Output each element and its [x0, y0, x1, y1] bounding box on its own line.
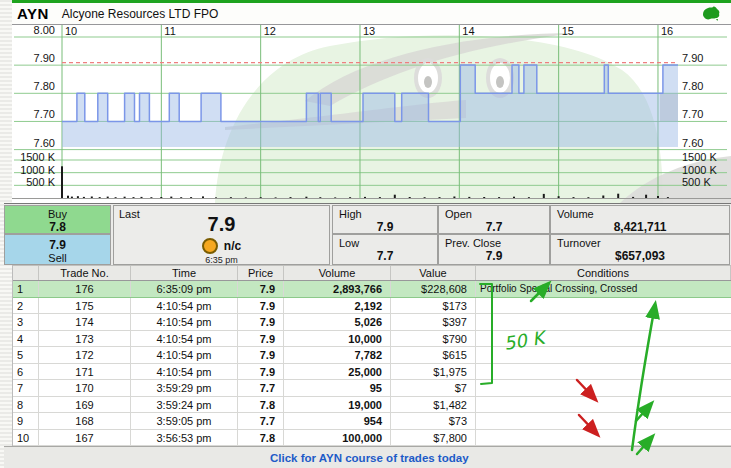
low-value: 7.7 — [333, 249, 437, 263]
cell-volume: 5,026 — [284, 314, 391, 330]
course-of-trades-link[interactable]: Click for AYN course of trades today — [270, 452, 469, 464]
cell-time: 4:10:54 pm — [131, 314, 238, 330]
cell-volume: 25,000 — [284, 364, 391, 380]
cell-time: 4:10:54 pm — [131, 347, 238, 363]
cell-conditions — [476, 380, 731, 396]
low-label: Low — [339, 237, 359, 249]
sell-quote-box[interactable]: 7.9 Sell — [4, 234, 111, 265]
column-header[interactable]: Volume — [284, 266, 391, 280]
column-header[interactable]: Price — [238, 266, 284, 280]
trades-table-header: Trade No.TimePriceVolumeValueConditions — [13, 265, 731, 281]
cell-value: $73 — [391, 413, 476, 429]
table-row[interactable]: 81693:59:24 pm7.819,000$1,482 — [13, 397, 731, 414]
svg-text:8.00: 8.00 — [34, 25, 55, 36]
table-row[interactable]: 101673:56:53 pm7.8100,000$7,800 — [13, 430, 731, 447]
last-price: 7.9 — [114, 213, 329, 236]
cell-num: 3 — [13, 314, 39, 330]
high-label: High — [339, 208, 362, 220]
table-row[interactable]: 11766:35:09 pm7.92,893,766$228,608Portfo… — [13, 281, 731, 298]
cell-conditions — [476, 413, 731, 429]
cell-num: 5 — [13, 347, 39, 363]
prev-close-value: 7.9 — [439, 249, 549, 263]
cell-trade_no: 171 — [39, 364, 131, 380]
watermark-eye-left — [414, 58, 442, 98]
table-row[interactable]: 21754:10:54 pm7.92,192$173 — [13, 298, 731, 315]
buy-quote-box[interactable]: Buy 7.8 — [4, 205, 111, 234]
price-volume-chart: 8.007.907.907.807.807.707.707.607.601500… — [12, 25, 731, 203]
svg-text:500 K: 500 K — [26, 176, 55, 188]
cell-time: 3:56:53 pm — [131, 430, 238, 446]
cell-time: 4:10:54 pm — [131, 364, 238, 380]
cell-trade_no: 168 — [39, 413, 131, 429]
cell-volume: 2,192 — [284, 298, 391, 314]
sell-label: Sell — [5, 252, 110, 264]
cell-time: 4:10:54 pm — [131, 331, 238, 347]
cell-value: $228,608 — [391, 281, 476, 297]
trades-table: Trade No.TimePriceVolumeValueConditions … — [12, 265, 731, 446]
cell-trade_no: 170 — [39, 380, 131, 396]
cell-volume: 2,893,766 — [284, 281, 391, 297]
column-header[interactable]: Value — [391, 266, 476, 280]
last-price-cell: Last 7.9 n/c 6:35 pm — [113, 205, 330, 265]
svg-text:7.70: 7.70 — [682, 108, 703, 120]
cell-trade_no: 174 — [39, 314, 131, 330]
sell-price: 7.9 — [5, 238, 110, 252]
column-header[interactable]: Trade No. — [39, 266, 131, 280]
column-header[interactable]: Time — [131, 266, 238, 280]
cell-trade_no: 169 — [39, 397, 131, 413]
cell-value: $7 — [391, 380, 476, 396]
volume-cell: Volume 8,421,711 — [550, 205, 730, 234]
svg-text:14: 14 — [462, 25, 474, 37]
table-row[interactable]: 61714:10:54 pm7.925,000$1,975 — [13, 364, 731, 381]
cell-num: 10 — [13, 430, 39, 446]
table-row[interactable]: 31744:10:54 pm7.95,026$397 — [13, 314, 731, 331]
svg-text:7.80: 7.80 — [34, 80, 55, 92]
cell-num: 8 — [13, 397, 39, 413]
cell-trade_no: 176 — [39, 281, 131, 297]
cell-time: 3:59:05 pm — [131, 413, 238, 429]
svg-text:7.90: 7.90 — [34, 52, 55, 64]
cell-value: $173 — [391, 298, 476, 314]
trades-body: 11766:35:09 pm7.92,893,766$228,608Portfo… — [13, 281, 731, 446]
ticker-code: AYN — [17, 5, 49, 22]
cell-volume: 100,000 — [284, 430, 391, 446]
company-name: Alcyone Resources LTD FPO — [62, 7, 219, 21]
column-header[interactable]: Conditions — [476, 266, 731, 280]
table-row[interactable]: 91683:59:05 pm7.7954$73 — [13, 413, 731, 430]
cell-value: $397 — [391, 314, 476, 330]
cell-trade_no: 175 — [39, 298, 131, 314]
cell-trade_no: 172 — [39, 347, 131, 363]
svg-text:500 K: 500 K — [682, 176, 711, 188]
cell-num: 9 — [13, 413, 39, 429]
table-row[interactable]: 51724:10:54 pm7.97,782$615 — [13, 347, 731, 364]
column-header[interactable] — [13, 266, 39, 280]
volume-value: 8,421,711 — [551, 220, 729, 234]
cell-price: 7.7 — [238, 413, 284, 429]
last-label: Last — [119, 208, 140, 220]
turnover-value: $657,093 — [551, 249, 729, 263]
table-row[interactable]: 41734:10:54 pm7.910,000$790 — [13, 331, 731, 348]
table-row[interactable]: 71703:59:29 pm7.795$7 — [13, 380, 731, 397]
svg-text:7.80: 7.80 — [682, 80, 703, 92]
svg-text:7.90: 7.90 — [682, 52, 703, 64]
cell-conditions: Portfolio Special Crossing, Crossed — [476, 281, 731, 297]
last-trade-time: 6:35 pm — [114, 255, 329, 265]
turnover-label: Turnover — [557, 237, 601, 249]
svg-text:13: 13 — [363, 25, 375, 37]
cell-volume: 10,000 — [284, 331, 391, 347]
open-label: Open — [445, 208, 472, 220]
low-cell: Low 7.7 — [332, 234, 438, 265]
cell-price: 7.9 — [238, 331, 284, 347]
buy-price: 7.8 — [5, 220, 110, 234]
cell-value: $1,975 — [391, 364, 476, 380]
open-cell: Open 7.7 — [438, 205, 550, 234]
cell-time: 6:35:09 pm — [131, 281, 238, 297]
cell-price: 7.7 — [238, 380, 284, 396]
cell-num: 1 — [13, 281, 39, 297]
quote-panel: Buy 7.8 7.9 Sell Last 7.9 n/c 6:35 pm Hi… — [4, 203, 731, 266]
cell-price: 7.9 — [238, 298, 284, 314]
svg-text:10: 10 — [65, 25, 77, 37]
volume-label: Volume — [557, 208, 594, 220]
title-bar: AYN Alcyone Resources LTD FPO — [12, 3, 731, 25]
cell-conditions — [476, 298, 731, 314]
